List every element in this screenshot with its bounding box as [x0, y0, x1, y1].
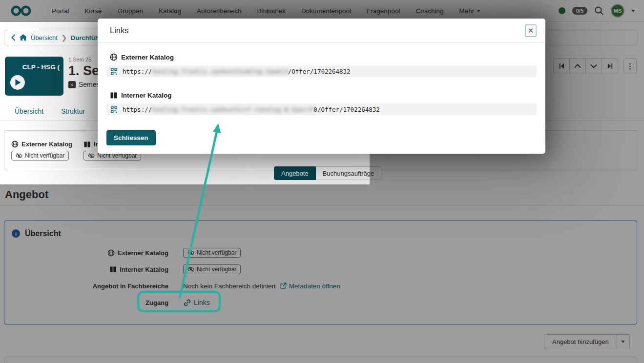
close-icon[interactable]: ✕: [525, 24, 537, 37]
course-tabs: Übersicht Struktur: [15, 107, 85, 115]
external-catalog-heading: Externer Katalog: [11, 141, 72, 148]
book-icon: [83, 141, 91, 148]
home-icon[interactable]: [20, 34, 27, 41]
breadcrumb-item-current[interactable]: Durchführ: [71, 34, 102, 41]
url-text: https://hosting.frontis.sanhostSivf.Cata…: [123, 106, 380, 113]
unavailable-badge: Nicht verfügbar: [11, 151, 69, 161]
url-prefix: https://: [123, 106, 152, 113]
course-card[interactable]: CLP - HSG (: [5, 57, 63, 96]
globe-icon: [110, 53, 118, 61]
url-redacted: hosting.frontis.sanhostSiemlog.Saemld: [152, 68, 288, 75]
modal-header: Links ✕: [98, 19, 545, 43]
url-text: https://hosting.frontis.sanhostSiemlog.S…: [123, 68, 351, 75]
segmented-control: Angebote Buchungsaufträge: [274, 166, 381, 180]
page: Portal Kurse Gruppen Katalog Autorenbere…: [0, 0, 644, 363]
internal-catalog-url[interactable]: https://hosting.frontis.sanhostSivf.Cata…: [106, 103, 537, 115]
breadcrumb-separator: ❯: [62, 34, 67, 41]
course-subtitle-row: ‹ Semes: [68, 81, 100, 88]
qr-code-icon[interactable]: [110, 68, 118, 75]
external-catalog-label: Externer Katalog: [21, 141, 72, 148]
eye-slash-icon: [88, 152, 95, 159]
play-icon[interactable]: [10, 75, 25, 90]
url-suffix: /Offer/1702264832: [288, 68, 351, 75]
eye-slash-icon: [16, 152, 22, 159]
tab-angebote[interactable]: Angebote: [274, 166, 316, 180]
internal-catalog-section-heading: Interner Katalog: [110, 92, 545, 99]
course-title: 1. Se: [68, 63, 100, 79]
qr-code-icon[interactable]: [110, 106, 118, 113]
back-chevron-icon[interactable]: [11, 34, 16, 41]
breadcrumb-item-uebersicht[interactable]: Übersicht: [31, 34, 58, 41]
unavailable-label: Nicht verfügbar: [25, 152, 64, 159]
links-modal: Links ✕ Externer Katalog https://hosting…: [98, 19, 545, 154]
url-redacted: hosting.frontis.sanhostSivf.Catalog.W.Se…: [152, 106, 313, 113]
globe-icon: [11, 141, 19, 148]
schliessen-button[interactable]: Schliessen: [106, 130, 156, 145]
modal-backdrop: [0, 184, 644, 363]
external-catalog-block: Externer Katalog Nicht verfügbar: [11, 141, 72, 161]
external-catalog-section-heading: Externer Katalog: [110, 53, 545, 61]
section-heading-text: Externer Katalog: [121, 54, 174, 61]
url-prefix: https://: [123, 68, 152, 75]
tab-uebersicht[interactable]: Übersicht: [15, 107, 43, 115]
course-semester-tag: 1.Sem 25: [68, 57, 100, 62]
course-subtitle: Semes: [79, 81, 100, 88]
course-meta: 1.Sem 25 1. Se ‹ Semes: [68, 57, 100, 88]
book-icon: [110, 92, 118, 99]
url-suffix: 0/Offer/1702264832: [313, 106, 379, 113]
external-catalog-url[interactable]: https://hosting.frontis.sanhostSiemlog.S…: [106, 65, 537, 77]
share-icon: ‹: [68, 81, 76, 88]
course-card-title: CLP - HSG (: [22, 63, 60, 71]
tab-struktur[interactable]: Struktur: [61, 107, 85, 115]
section-heading-text: Interner Katalog: [121, 92, 172, 99]
modal-title: Links: [110, 26, 129, 35]
